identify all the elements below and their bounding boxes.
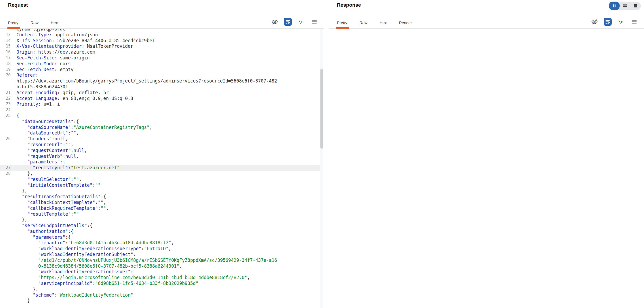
line-number <box>0 194 13 200</box>
code-line: "authorization":{ <box>0 229 320 235</box>
request-panel-title: Request <box>8 2 28 8</box>
line-number <box>0 298 13 304</box>
line-number <box>0 275 13 281</box>
newline-icon[interactable]: \n <box>297 18 305 26</box>
line-number: 19 <box>0 67 13 73</box>
menu-icon[interactable] <box>310 18 318 26</box>
code-line: 22Accept-Language: en-GB,en;q=0.9,en-US;… <box>0 96 320 102</box>
code-text: "requestVerb":null, <box>16 154 79 159</box>
code-text: "registryurl":"test.azurecr.net" <box>16 165 120 171</box>
request-tab-pretty[interactable]: Pretty <box>8 20 18 28</box>
code-line: "requestContent":null, <box>0 148 320 154</box>
code-line: "tenantid":"be68d3d0-141b-4b3d-b18d-4ddb… <box>0 240 320 246</box>
line-number <box>0 29 13 32</box>
code-line: 13Content-Type: application/json <box>0 32 320 38</box>
code-line: "resourceUrl":"", <box>0 142 320 148</box>
panel-splitter[interactable] <box>326 0 326 308</box>
code-text: Priority: u=1, i <box>16 101 60 107</box>
response-tab-pretty[interactable]: Pretty <box>337 20 347 28</box>
line-number: 23 <box>0 101 13 107</box>
single-view-button[interactable] <box>630 2 641 10</box>
tab-label: Hex <box>51 20 58 25</box>
code-line: }, <box>0 287 320 292</box>
line-number <box>0 154 13 159</box>
code-text: "dataSourceUrl":"", <box>16 130 79 136</box>
code-line: "serviceEndpointDetails":{ <box>0 223 320 229</box>
code-text: "scheme":"WorkloadIdentityFederation" <box>16 292 133 298</box>
line-number: 17 <box>0 55 13 61</box>
code-line: 0-8138c9d46384/5608e6f0-3707-482b-bcf5-8… <box>0 263 320 269</box>
response-tabbar: Pretty Raw Hex Render <box>329 15 644 29</box>
line-number <box>0 211 13 217</box>
code-line: "dataSourceDetails":{ <box>0 119 320 125</box>
code-line: "callbackRequiredTemplate":"", <box>0 206 320 211</box>
tab-label: Render <box>399 20 412 25</box>
columns-view-button[interactable] <box>609 2 620 10</box>
response-editor-toolbar: \n <box>590 18 638 26</box>
line-number <box>0 142 13 148</box>
line-number <box>0 240 13 246</box>
request-editor[interactable]: cyHOmrtqyWrqp-Urac13Content-Type: applic… <box>0 29 320 308</box>
newline-icon[interactable]: \n <box>617 18 625 26</box>
newline-icon-label: \n <box>298 19 303 24</box>
code-line: 17Sec-Fetch-Site: same-origin <box>0 55 320 61</box>
line-number <box>0 206 13 211</box>
line-number <box>0 252 13 258</box>
line-number: 28 <box>0 171 13 177</box>
response-tab-hex[interactable]: Hex <box>380 20 387 28</box>
newline-icon-label: \n <box>618 19 623 24</box>
code-text: "workloadIdentityFederationIssuerType":"… <box>16 246 171 252</box>
request-scrollbar-thumb[interactable] <box>320 69 323 149</box>
response-tab-render[interactable]: Render <box>399 20 412 28</box>
code-text: "serviceprincipalid":"6d98b651-1fc5-4634… <box>16 281 198 287</box>
code-line: "resultTemplate":"" <box>0 211 320 217</box>
code-line: } <box>0 298 320 304</box>
line-number <box>0 292 13 298</box>
code-line: "dataSourceName":"AzureContainerRegistry… <box>0 125 320 131</box>
menu-icon[interactable] <box>630 18 638 26</box>
code-line: "dataSourceUrl":"", <box>0 130 320 136</box>
code-text: "/eid1/c/pub/t/ONNovhsUPUuxjU3b6IGM8g/a/… <box>16 258 277 263</box>
code-line: 18Sec-Fetch-Mode: cors <box>0 61 320 67</box>
request-tab-raw[interactable]: Raw <box>31 20 38 28</box>
code-text: "callbackContextTemplate":"", <box>16 200 106 206</box>
code-line: "initialContextTemplate":"" <box>0 183 320 188</box>
code-text: { <box>16 113 19 119</box>
hide-eye-icon[interactable] <box>590 18 598 26</box>
line-number <box>0 188 13 194</box>
code-text: "workloadIdentityFederationIssuer": <box>16 269 133 275</box>
tab-label: Pretty <box>8 20 18 25</box>
code-line: 23Priority: u=1, i <box>0 101 320 107</box>
code-line: "parameters":{ <box>0 159 320 165</box>
code-text: }, <box>16 171 33 177</box>
tab-label: Raw <box>31 20 38 25</box>
code-line: 15X-Vss-Clientauthprovider: MsalTokenPro… <box>0 44 320 49</box>
hide-eye-icon[interactable] <box>271 18 279 26</box>
request-scrollbar[interactable] <box>320 29 323 308</box>
code-text: "resultSelector":"", <box>16 177 82 183</box>
line-number: 26 <box>0 136 13 142</box>
rows-view-button[interactable] <box>620 2 630 10</box>
wrap-text-icon[interactable] <box>284 18 292 26</box>
code-text: "resourceUrl":"", <box>16 142 73 148</box>
line-number <box>0 217 13 223</box>
code-line: 14X-Tfs-Session: 55b2e28e-80af-4406-a185… <box>0 38 320 44</box>
code-line: 28 }, <box>0 171 320 177</box>
response-tab-raw[interactable]: Raw <box>359 20 367 28</box>
wrap-text-icon[interactable] <box>604 18 612 26</box>
code-line: 20Referer: <box>0 72 320 78</box>
code-line: "callbackContextTemplate":"", <box>0 200 320 206</box>
code-text: Accept-Language: en-GB,en;q=0.9,en-US;q=… <box>16 96 133 102</box>
code-line: 25{ <box>0 113 320 119</box>
line-number <box>0 281 13 287</box>
code-text: "callbackRequiredTemplate":"", <box>16 206 109 211</box>
tab-label: Hex <box>380 20 387 25</box>
line-number <box>0 78 13 84</box>
code-text: "authorization":{ <box>16 229 73 235</box>
code-text: 0-8138c9d46384/5608e6f0-3707-482b-bcf5-8… <box>16 263 182 269</box>
line-number <box>0 269 13 275</box>
request-tab-hex[interactable]: Hex <box>51 20 58 28</box>
line-number <box>0 159 13 165</box>
code-text: "initialContextTemplate":"" <box>16 183 101 188</box>
code-text: "headers":null, <box>16 136 68 142</box>
